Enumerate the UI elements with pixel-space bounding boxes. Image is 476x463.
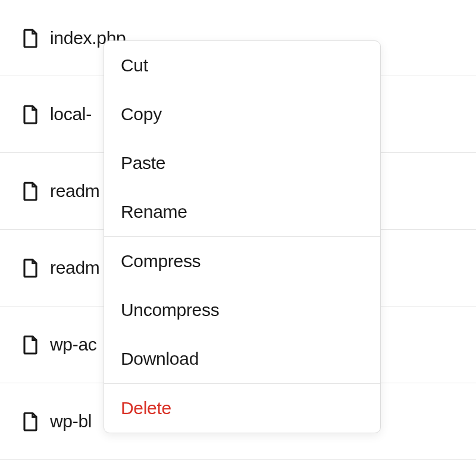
menu-item-cut[interactable]: Cut <box>104 41 380 90</box>
menu-item-download[interactable]: Download <box>104 334 380 383</box>
file-name-label: readm <box>50 258 100 278</box>
context-menu: Cut Copy Paste Rename Compress Uncompres… <box>104 40 381 433</box>
file-icon <box>21 27 39 49</box>
file-icon <box>21 104 39 125</box>
file-icon <box>21 257 39 279</box>
menu-group: Delete <box>104 384 380 433</box>
file-icon <box>21 411 39 432</box>
file-name-label: wp-ac <box>50 334 97 355</box>
menu-item-rename[interactable]: Rename <box>104 187 380 236</box>
file-icon <box>21 334 39 355</box>
file-name-label: wp-bl <box>50 411 92 431</box>
menu-item-delete[interactable]: Delete <box>104 384 380 433</box>
file-name-label: readm <box>50 181 100 201</box>
file-icon <box>21 180 39 202</box>
menu-item-copy[interactable]: Copy <box>104 90 380 139</box>
menu-item-compress[interactable]: Compress <box>104 237 380 286</box>
file-name-label: local- <box>50 104 92 124</box>
menu-item-paste[interactable]: Paste <box>104 139 380 187</box>
menu-group: Cut Copy Paste Rename <box>104 41 380 236</box>
menu-item-uncompress[interactable]: Uncompress <box>104 286 380 334</box>
menu-group: Compress Uncompress Download <box>104 237 380 383</box>
